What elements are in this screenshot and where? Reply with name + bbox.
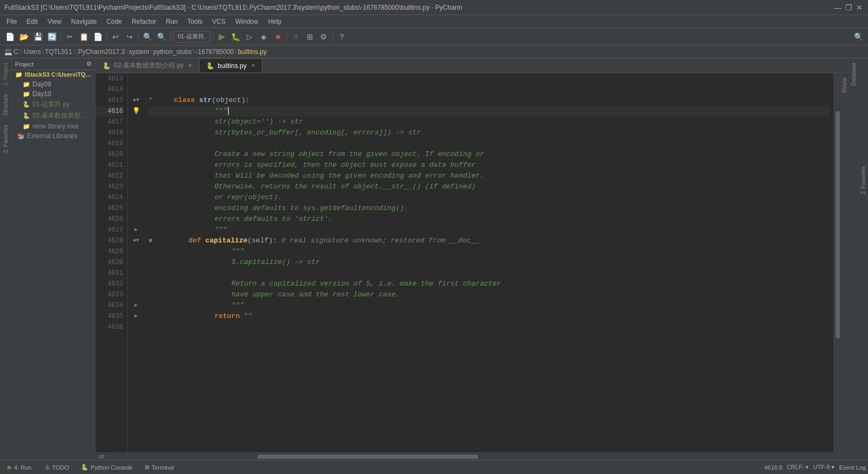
gutter-4624 bbox=[128, 192, 144, 203]
scroll-track[interactable] bbox=[110, 455, 846, 459]
menu-tools[interactable]: Tools bbox=[183, 17, 207, 26]
scroll-thumb-h[interactable] bbox=[257, 455, 478, 459]
code-line-4622: that Will be decoded using the given enc… bbox=[148, 171, 829, 181]
code-line-4620: Create a new string object from the give… bbox=[148, 149, 829, 160]
tree-item-file01[interactable]: 🐍01-运算符.py bbox=[12, 99, 95, 110]
vertical-scrollbar[interactable] bbox=[833, 73, 841, 452]
open-btn[interactable]: 📂 bbox=[17, 30, 30, 43]
minimize-button[interactable]: — bbox=[833, 3, 842, 12]
menu-code[interactable]: Code bbox=[102, 17, 126, 26]
project-title: Project bbox=[15, 61, 33, 67]
gutter-collapse-4627[interactable]: ▶ bbox=[134, 225, 138, 235]
replace-btn[interactable]: 🔍 bbox=[155, 30, 168, 43]
menu-navigate[interactable]: Navigate bbox=[67, 17, 101, 26]
line-ending[interactable]: CRLF: ▾ bbox=[786, 464, 809, 471]
code-line-4623: Otherwise, returns the result of object.… bbox=[148, 181, 829, 192]
copy-btn[interactable]: 📋 bbox=[77, 30, 90, 43]
left-tab-structure[interactable]: Structure bbox=[2, 90, 10, 120]
breadcrumb-icon: 💻 bbox=[4, 48, 12, 56]
tree-item-project-root[interactable]: 📁IStackS3 C:\Users\TQTL... bbox=[12, 70, 95, 79]
settings-btn[interactable]: ⚙ bbox=[317, 30, 330, 43]
tree-item-venv[interactable]: 📁venv library root bbox=[12, 121, 95, 131]
toolbar-search-btn[interactable]: 🔍 bbox=[852, 30, 865, 43]
new-file-btn[interactable]: 📄 bbox=[3, 30, 16, 43]
save-btn[interactable]: 💾 bbox=[31, 30, 44, 43]
tab-file02[interactable]: 🐍 02-基本数据类型介绍.py ✕ bbox=[96, 58, 199, 72]
menu-edit[interactable]: Edit bbox=[22, 17, 42, 26]
gutter-4635: ▶ bbox=[128, 311, 144, 322]
tab-file02-close[interactable]: ✕ bbox=[188, 63, 192, 69]
profile-btn[interactable]: ◈ bbox=[257, 30, 270, 43]
docstring-4621: errors is specified, then the object mus… bbox=[214, 161, 476, 169]
tree-item-ext-libs[interactable]: 📚External Libraries bbox=[12, 131, 95, 141]
menu-vcs[interactable]: VCS bbox=[208, 17, 230, 26]
project-gear-icon[interactable]: ⚙ bbox=[86, 60, 92, 67]
breadcrumb-num[interactable]: -1676785000 bbox=[196, 48, 234, 56]
tree-item-day10[interactable]: 📁Day10 bbox=[12, 89, 95, 99]
bottom-tool-bar: ▶ 4: Run 6: TODO 🐍 Python Console ⊞ Term… bbox=[0, 460, 868, 474]
coverage-btn[interactable]: ▷ bbox=[243, 30, 256, 43]
menu-view[interactable]: View bbox=[43, 17, 66, 26]
find-btn[interactable]: 🔍 bbox=[141, 30, 154, 43]
vcs-btn[interactable]: ⑂ bbox=[289, 30, 302, 43]
event-log[interactable]: Event Log bbox=[839, 464, 866, 471]
breadcrumb-users[interactable]: Users bbox=[24, 48, 40, 56]
gutter-bulb-4616[interactable]: 💡 bbox=[132, 106, 140, 117]
tree-item-file02[interactable]: 🐍02-基本数据类型介绍.py bbox=[12, 110, 95, 121]
undo-btn[interactable]: ↩ bbox=[109, 30, 122, 43]
breadcrumb-file[interactable]: builtins.py bbox=[238, 48, 267, 56]
terminal-btn[interactable]: ⊞ bbox=[303, 30, 316, 43]
gutter-collapse-4615[interactable]: ▼ bbox=[136, 95, 139, 106]
run-tab-label: 4: Run bbox=[14, 464, 31, 471]
database-label[interactable]: Database bbox=[851, 58, 857, 90]
run-btn[interactable]: ▶ bbox=[215, 30, 228, 43]
bottom-scrollbar[interactable]: str bbox=[96, 452, 849, 460]
tab-builtins-close[interactable]: ✕ bbox=[251, 63, 255, 69]
menu-file[interactable]: File bbox=[2, 17, 21, 26]
gutter-collapse-4628[interactable]: ▼ bbox=[136, 235, 139, 246]
gutter-collapse-4634[interactable]: ▶ bbox=[134, 300, 138, 311]
tool-tab-terminal[interactable]: ⊞ Terminal bbox=[139, 462, 180, 473]
menu-window[interactable]: Window bbox=[231, 17, 263, 26]
tree-item-day09[interactable]: 📁Day09 bbox=[12, 79, 95, 89]
menu-refactor[interactable]: Refactor bbox=[127, 17, 160, 26]
title-bar: FullStackS3 [C:\Users\TQTL911\PycharmPro… bbox=[0, 0, 868, 15]
paste-btn[interactable]: 📄 bbox=[91, 30, 104, 43]
breadcrumb-pycharm[interactable]: .PyCharm2017.3 bbox=[76, 48, 125, 56]
breadcrumb-tqtl[interactable]: TQTL911 bbox=[45, 48, 72, 56]
code-content[interactable]: * class str(object): """ str(object='') … bbox=[144, 73, 833, 452]
code-line-4626: errors defaults to 'strict'. bbox=[148, 214, 829, 225]
terminal-label: Terminal bbox=[152, 464, 174, 471]
cut-btn[interactable]: ✂ bbox=[63, 30, 76, 43]
tool-tab-run[interactable]: ▶ 4: Run bbox=[2, 462, 37, 473]
breadcrumb-c[interactable]: 💻 C: bbox=[4, 48, 20, 56]
tool-tab-todo[interactable]: 6: TODO bbox=[38, 462, 74, 473]
sview-label[interactable]: SView bbox=[842, 73, 847, 97]
breadcrumb-sep-3: \ bbox=[73, 48, 75, 56]
run-config-btn[interactable]: 01-运算符. bbox=[173, 31, 211, 43]
docstring-4625: encoding defaults to sys.getdefaultencod… bbox=[214, 204, 408, 212]
debug-btn[interactable]: 🐛 bbox=[229, 30, 242, 43]
favorites-label[interactable]: 2: Favorites bbox=[860, 166, 866, 194]
left-tab-project[interactable]: 1: Project bbox=[2, 58, 10, 90]
restore-button[interactable]: ❐ bbox=[844, 3, 853, 12]
line-4613: 4613 bbox=[96, 73, 123, 84]
breadcrumb-system[interactable]: system bbox=[128, 48, 149, 56]
comment-4628: # real signature unknown; restored from … bbox=[281, 236, 479, 245]
line-4630: 4630 bbox=[96, 257, 123, 268]
scroll-thumb-v[interactable] bbox=[836, 111, 840, 338]
menu-help[interactable]: Help bbox=[264, 17, 286, 26]
gutter-collapse-4635[interactable]: ▶ bbox=[134, 311, 138, 322]
menu-run[interactable]: Run bbox=[161, 17, 182, 26]
tab-builtins[interactable]: 🐍 builtins.py ✕ bbox=[199, 58, 262, 72]
encoding[interactable]: UTF-8 ▾ bbox=[813, 464, 835, 471]
help-icon-btn[interactable]: ? bbox=[335, 30, 348, 43]
sync-btn[interactable]: 🔄 bbox=[45, 30, 58, 43]
redo-btn[interactable]: ↪ bbox=[123, 30, 136, 43]
breadcrumb-stubs[interactable]: python_stubs bbox=[153, 48, 192, 56]
left-tab-favorites[interactable]: 2: Favorites bbox=[2, 120, 10, 157]
stop-btn[interactable]: ■ bbox=[272, 30, 284, 43]
gutter-4613 bbox=[128, 73, 144, 84]
tool-tab-python-console[interactable]: 🐍 Python Console bbox=[76, 462, 138, 473]
close-button[interactable]: ✕ bbox=[855, 3, 864, 12]
